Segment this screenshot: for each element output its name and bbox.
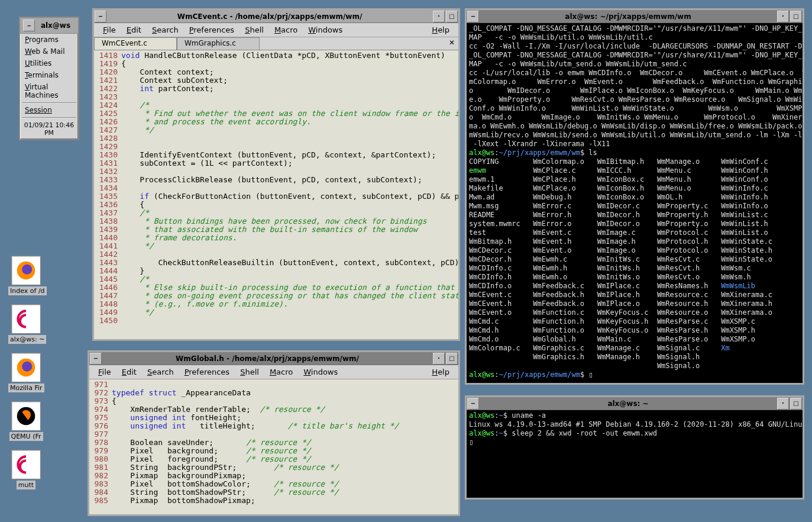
editor-viewport[interactable]: 1418void HandleCButtonRelease (ClientDat…: [94, 50, 458, 339]
menu-macro[interactable]: Macro: [264, 366, 298, 378]
line-number: 977: [90, 430, 112, 439]
menu-preferences[interactable]: Preferences: [184, 24, 240, 36]
svg-point-3: [22, 362, 32, 372]
line-number: 1431: [95, 159, 121, 167]
menu-help[interactable]: Help: [426, 366, 455, 378]
line-number: 1426: [95, 118, 121, 126]
maximize-icon[interactable]: □: [790, 398, 802, 410]
menu-search[interactable]: Search: [147, 24, 184, 36]
line-number: 981: [90, 463, 112, 472]
window-menu-icon[interactable]: −: [467, 11, 479, 22]
icon-label: Index of /d: [8, 286, 47, 295]
line-number: 983: [90, 480, 112, 488]
line-number: 976: [90, 422, 112, 430]
line-number: 1427: [95, 126, 121, 134]
desktop-icon[interactable]: Index of /d: [8, 256, 44, 295]
tab-file-2[interactable]: WmGraphics.c: [177, 37, 260, 50]
desktop-icon[interactable]: QEMU (Fr: [8, 401, 44, 441]
menu-separator: [22, 102, 76, 103]
line-number: 1423: [95, 93, 121, 101]
menu-item[interactable]: Virtual Machines: [20, 81, 78, 101]
desktop-icon[interactable]: mutt: [8, 450, 44, 489]
line-number: 1441: [95, 242, 121, 250]
menu-file[interactable]: File: [98, 24, 121, 36]
line-number: 1438: [95, 217, 121, 225]
menubar: FileEditSearchPreferencesShellMacroWindo…: [94, 23, 458, 37]
titlebar[interactable]: − alx@ws: ~/prj/xapps/emwm/wm · □: [467, 10, 803, 23]
maximize-icon[interactable]: □: [446, 353, 458, 365]
line-number: 971: [90, 381, 112, 389]
line-number: 1419: [95, 60, 121, 68]
line-number: 1424: [95, 101, 121, 109]
line-number: 1446: [95, 283, 121, 292]
terminal-window-2: − alx@ws: ~ · □ alx@ws:~$ uname -a Linux…: [465, 395, 804, 500]
window-menu-icon[interactable]: −: [467, 398, 479, 410]
line-number: 1425: [95, 109, 121, 118]
window-menu-icon[interactable]: −: [90, 353, 102, 365]
menu-preferences[interactable]: Preferences: [179, 366, 235, 378]
line-number: 1439: [95, 225, 121, 234]
menu-item[interactable]: Programs: [20, 34, 78, 46]
icon-label: alx@ws: ~: [8, 335, 46, 344]
titlebar[interactable]: − WmGlobal.h - /home/alx/prj/xapps/emwm/…: [89, 352, 458, 365]
line-number: 974: [90, 405, 112, 414]
maximize-icon[interactable]: □: [446, 11, 458, 22]
menu-item[interactable]: Utilities: [20, 57, 78, 69]
terminal-viewport[interactable]: _OL_COMPAT -DNO_MESSAGE_CATALOG -DMWMRCD…: [467, 23, 803, 383]
editor-viewport[interactable]: 971 972typedef struct _AppearanceData 97…: [89, 379, 458, 514]
menubar: FileEditSearchPreferencesShellMacroWindo…: [89, 365, 458, 379]
editor-window-1: − WmCEvent.c - /home/alx/prj/xapps/emwm/…: [92, 8, 460, 341]
icon-label: Mozilla Fir: [8, 384, 44, 392]
desktop-icon[interactable]: Mozilla Fir: [8, 353, 44, 392]
menu-shell[interactable]: Shell: [235, 366, 264, 378]
terminal-viewport[interactable]: alx@ws:~$ uname -a Linux ws 4.19.0-13-am…: [467, 410, 803, 498]
titlebar[interactable]: − WmCEvent.c - /home/alx/prj/xapps/emwm/…: [94, 10, 458, 23]
minimize-icon[interactable]: ·: [777, 398, 789, 410]
line-number: 1444: [95, 267, 121, 275]
line-number: 1421: [95, 76, 121, 85]
tab-file-1[interactable]: WmCEvent.c: [94, 37, 177, 50]
menu-item[interactable]: Terminals: [20, 69, 78, 81]
maximize-icon[interactable]: □: [790, 11, 802, 22]
line-number: 1449: [95, 308, 121, 317]
root-menu: − alx@ws ProgramsWeb & MailUtilitiesTerm…: [19, 17, 79, 140]
line-number: 1445: [95, 275, 121, 283]
desktop-icon[interactable]: alx@ws: ~: [8, 304, 44, 344]
menu-windows[interactable]: Windows: [303, 24, 348, 36]
line-number: 1435: [95, 192, 121, 201]
terminal-window-1: − alx@ws: ~/prj/xapps/emwm/wm · □ _OL_CO…: [465, 8, 804, 385]
menu-help[interactable]: Help: [426, 24, 455, 36]
menu-file[interactable]: File: [93, 366, 117, 378]
close-tab-icon[interactable]: ✕: [445, 37, 458, 50]
icon-label: QEMU (Fr: [9, 432, 43, 441]
line-number: 1432: [95, 167, 121, 176]
line-number: 979: [90, 447, 112, 455]
menu-shell[interactable]: Shell: [240, 24, 269, 36]
menu-edit[interactable]: Edit: [117, 366, 142, 378]
titlebar[interactable]: − alx@ws: ~ · □: [467, 397, 803, 410]
root-menu-title[interactable]: − alx@ws: [20, 18, 78, 34]
menu-edit[interactable]: Edit: [121, 24, 147, 36]
line-number: 1433: [95, 176, 121, 184]
menu-icon[interactable]: −: [23, 20, 35, 31]
menu-windows[interactable]: Windows: [298, 366, 343, 378]
window-title: WmGlobal.h - /home/alx/prj/xapps/emwm/wm…: [102, 355, 432, 363]
debian-icon: [11, 304, 41, 334]
line-number: 1422: [95, 85, 121, 93]
qemu-icon: [11, 401, 41, 431]
debian-icon: [11, 450, 41, 479]
minimize-icon[interactable]: ·: [433, 353, 445, 365]
line-number: 1420: [95, 68, 121, 76]
menu-search[interactable]: Search: [142, 366, 179, 378]
line-number: 972: [90, 389, 112, 397]
menu-macro[interactable]: Macro: [269, 24, 303, 36]
line-number: 1448: [95, 300, 121, 308]
minimize-icon[interactable]: ·: [433, 11, 445, 22]
firefox-icon: [11, 353, 41, 382]
window-menu-icon[interactable]: −: [95, 11, 106, 22]
menu-session[interactable]: Session: [20, 104, 78, 116]
editor-window-2: − WmGlobal.h - /home/alx/prj/xapps/emwm/…: [88, 350, 460, 516]
minimize-icon[interactable]: ·: [777, 11, 789, 22]
menu-item[interactable]: Web & Mail: [20, 46, 78, 57]
line-number: 984: [90, 488, 112, 497]
